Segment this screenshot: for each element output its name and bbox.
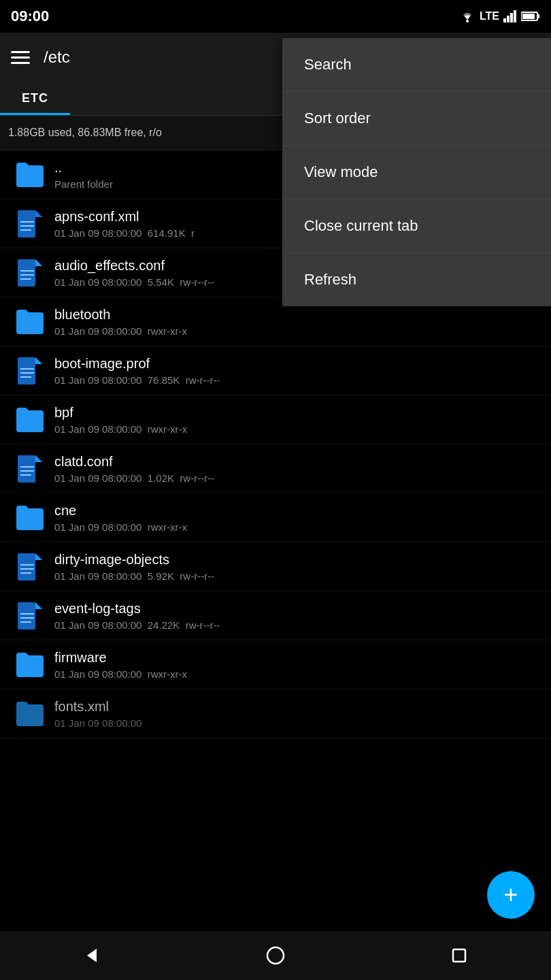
svg-rect-24	[20, 474, 31, 476]
file-name: boot-image.prof	[54, 356, 543, 372]
folder-icon	[8, 649, 49, 681]
svg-rect-29	[18, 602, 35, 630]
file-name: bluetooth	[54, 307, 543, 323]
hamburger-menu-button[interactable]	[11, 51, 30, 64]
folder-icon	[8, 159, 49, 191]
file-name: cne	[54, 503, 543, 519]
file-name: fonts.xml	[54, 699, 543, 715]
status-bar: 09:00 LTE	[0, 0, 551, 33]
file-info: boot-image.prof 01 Jan 09 08:00:00 76.85…	[54, 356, 543, 386]
menu-item-refresh[interactable]: Refresh	[282, 253, 551, 306]
svg-rect-25	[18, 553, 35, 581]
svg-rect-35	[453, 949, 465, 962]
file-name: dirty-image-objects	[54, 552, 543, 568]
file-doc-icon	[8, 453, 49, 485]
fab-add-button[interactable]: +	[487, 871, 535, 919]
file-info: firmware 01 Jan 09 08:00:00 rwxr-xr-x	[54, 650, 543, 680]
menu-item-close-tab[interactable]: Close current tab	[282, 199, 551, 253]
svg-rect-21	[18, 455, 35, 483]
list-item[interactable]: boot-image.prof 01 Jan 09 08:00:00 76.85…	[0, 346, 551, 395]
svg-rect-30	[20, 613, 34, 615]
svg-rect-16	[20, 278, 31, 280]
file-info: dirty-image-objects 01 Jan 09 08:00:00 5…	[54, 552, 543, 582]
svg-rect-9	[20, 210, 33, 217]
file-doc-icon	[8, 208, 49, 240]
svg-rect-15	[20, 274, 34, 276]
svg-point-34	[267, 947, 284, 964]
home-icon	[266, 946, 285, 965]
recents-icon	[450, 947, 468, 964]
svg-rect-14	[20, 270, 34, 272]
svg-rect-1	[503, 18, 506, 22]
list-item[interactable]: dirty-image-objects 01 Jan 09 08:00:00 5…	[0, 542, 551, 591]
recents-button[interactable]	[439, 935, 480, 976]
file-info: bluetooth 01 Jan 09 08:00:00 rwxr-xr-x	[54, 307, 543, 337]
svg-rect-4	[514, 10, 516, 22]
svg-rect-6	[522, 14, 535, 19]
file-name: event-log-tags	[54, 601, 543, 617]
menu-item-sort-order[interactable]: Sort order	[282, 92, 551, 146]
menu-item-view-mode[interactable]: View mode	[282, 146, 551, 199]
svg-rect-28	[20, 572, 31, 574]
svg-rect-10	[20, 221, 34, 223]
file-info: bpf 01 Jan 09 08:00:00 rwxr-xr-x	[54, 405, 543, 435]
svg-rect-22	[20, 466, 34, 468]
svg-point-0	[466, 20, 469, 22]
svg-rect-26	[20, 564, 34, 566]
list-item[interactable]: event-log-tags 01 Jan 09 08:00:00 24.22K…	[0, 591, 551, 640]
file-meta: 01 Jan 09 08:00:00 1.02K rw-r--r--	[54, 472, 543, 484]
svg-rect-13	[18, 259, 35, 287]
svg-rect-19	[20, 372, 34, 374]
file-meta: 01 Jan 09 08:00:00 5.92K rw-r--r--	[54, 570, 543, 582]
plus-icon: +	[503, 883, 518, 907]
status-time: 09:00	[11, 7, 49, 25]
svg-rect-3	[510, 13, 513, 22]
list-item[interactable]: clatd.conf 01 Jan 09 08:00:00 1.02K rw-r…	[0, 444, 551, 493]
list-item[interactable]: cne 01 Jan 09 08:00:00 rwxr-xr-x	[0, 493, 551, 542]
svg-rect-12	[20, 229, 31, 231]
file-meta: 01 Jan 09 08:00:00 rwxr-xr-x	[54, 325, 543, 337]
folder-icon	[8, 306, 49, 338]
folder-icon	[8, 502, 49, 534]
file-meta: 01 Jan 09 08:00:00 rwxr-xr-x	[54, 423, 543, 435]
svg-rect-32	[20, 621, 31, 623]
folder-icon	[8, 698, 49, 730]
file-doc-icon	[8, 600, 49, 632]
toolbar-title: /etc	[44, 48, 70, 67]
file-meta: 01 Jan 09 08:00:00 76.85K rw-r--r--	[54, 374, 543, 386]
file-meta: 01 Jan 09 08:00:00 rwxr-xr-x	[54, 668, 543, 680]
list-item[interactable]: bpf 01 Jan 09 08:00:00 rwxr-xr-x	[0, 395, 551, 444]
tab-etc[interactable]: ETC	[0, 82, 70, 115]
file-info: fonts.xml 01 Jan 09 08:00:00	[54, 699, 543, 729]
file-name: bpf	[54, 405, 543, 421]
file-doc-icon	[8, 257, 49, 289]
file-meta: 01 Jan 09 08:00:00 rwxr-xr-x	[54, 521, 543, 533]
file-name: firmware	[54, 650, 543, 666]
svg-rect-18	[20, 368, 34, 370]
svg-rect-31	[20, 617, 34, 619]
list-item[interactable]: fonts.xml 01 Jan 09 08:00:00	[0, 689, 551, 738]
svg-rect-20	[20, 376, 31, 378]
folder-icon	[8, 404, 49, 436]
file-info: cne 01 Jan 09 08:00:00 rwxr-xr-x	[54, 503, 543, 533]
svg-rect-23	[20, 470, 34, 472]
file-info: clatd.conf 01 Jan 09 08:00:00 1.02K rw-r…	[54, 454, 543, 484]
file-name: clatd.conf	[54, 454, 543, 470]
svg-rect-2	[507, 16, 510, 22]
battery-icon	[521, 11, 540, 22]
back-icon	[82, 945, 102, 966]
back-button[interactable]	[71, 935, 112, 976]
dropdown-menu: Search Sort order View mode Close curren…	[282, 38, 551, 306]
file-doc-icon	[8, 355, 49, 387]
svg-rect-27	[20, 568, 34, 570]
home-button[interactable]	[255, 935, 296, 976]
menu-item-search[interactable]: Search	[282, 38, 551, 92]
svg-rect-11	[20, 225, 34, 227]
status-icons: LTE	[459, 10, 540, 22]
bottom-nav	[0, 931, 551, 980]
lte-label: LTE	[480, 10, 499, 22]
list-item[interactable]: firmware 01 Jan 09 08:00:00 rwxr-xr-x	[0, 640, 551, 689]
wifi-icon	[459, 10, 475, 22]
signal-icon	[503, 10, 517, 22]
svg-marker-33	[87, 949, 97, 962]
